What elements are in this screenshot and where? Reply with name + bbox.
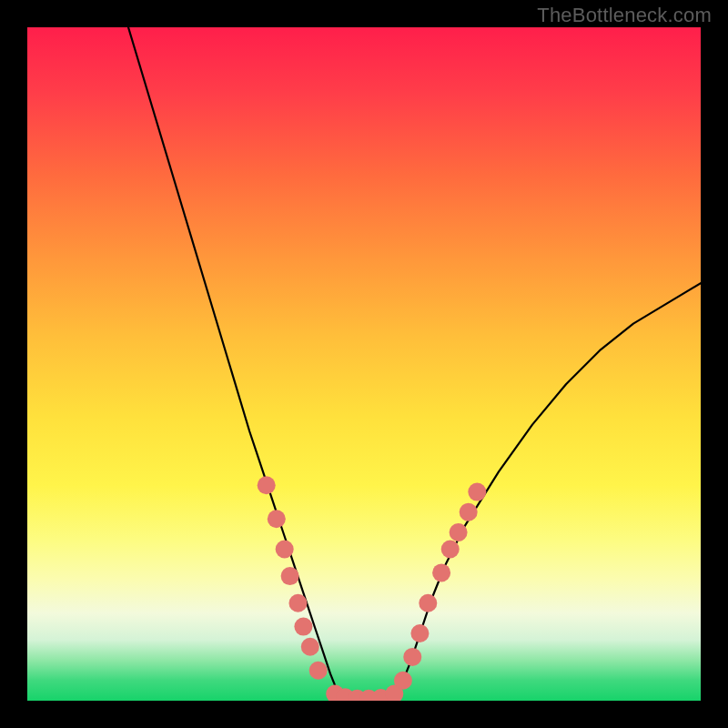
- highlight-dot: [432, 563, 450, 581]
- curve-layer: [27, 27, 701, 701]
- plot-area: [27, 27, 701, 701]
- highlight-dot: [294, 618, 312, 636]
- highlight-dot: [301, 638, 319, 656]
- highlight-dot: [468, 483, 486, 501]
- bottleneck-curve-path: [128, 27, 701, 701]
- highlight-dot: [276, 541, 294, 559]
- highlight-dot: [410, 624, 429, 642]
- chart-frame: TheBottleneck.com: [0, 0, 728, 728]
- bottleneck-curve: [128, 27, 701, 701]
- highlight-dot: [450, 523, 468, 541]
- highlight-dot: [258, 476, 276, 494]
- highlight-dot: [281, 567, 299, 585]
- highlight-dot: [309, 662, 328, 680]
- highlight-markers: [258, 476, 487, 701]
- watermark-text: TheBottleneck.com: [537, 4, 712, 27]
- highlight-dot: [394, 672, 412, 690]
- highlight-dot: [441, 541, 460, 559]
- highlight-dot: [268, 510, 286, 528]
- highlight-dot: [419, 594, 437, 612]
- highlight-dot: [288, 594, 307, 612]
- highlight-dot: [403, 648, 421, 666]
- highlight-dot: [460, 503, 478, 521]
